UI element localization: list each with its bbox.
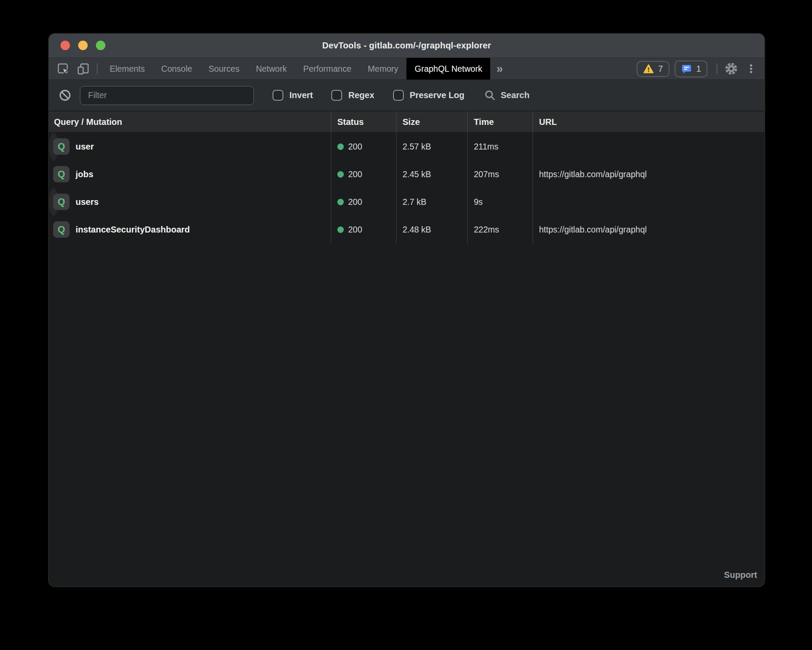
- tab-graphql-network[interactable]: GraphQL Network: [406, 58, 490, 80]
- tab-network[interactable]: Network: [247, 58, 295, 80]
- device-toolbar-icon: [77, 63, 89, 75]
- close-window-button[interactable]: [60, 41, 70, 50]
- query-cell: Qjobs: [49, 160, 331, 188]
- search-label: Search: [501, 90, 530, 100]
- size-cell: 2.7 kB: [396, 188, 467, 216]
- message-bubble-icon: [681, 64, 692, 74]
- status-code: 200: [348, 197, 362, 207]
- tab-console[interactable]: Console: [153, 58, 200, 80]
- devtools-tab-bar: ElementsConsoleSourcesNetworkPerformance…: [49, 58, 764, 80]
- inspect-element-button[interactable]: [53, 58, 73, 80]
- request-row-jobs[interactable]: Qjobs2002.45 kB207mshttps://gitlab.com/a…: [49, 160, 764, 188]
- time-cell: 222ms: [467, 216, 533, 243]
- query-type-badge: Q: [53, 221, 70, 238]
- request-row-users[interactable]: Qusers2002.7 kB9shttps://gitlab.com/api/…: [49, 188, 58, 216]
- column-header-url[interactable]: URL: [533, 112, 764, 132]
- tabbar-spacer: [509, 58, 636, 80]
- invert-label: Invert: [289, 90, 313, 100]
- tab-sources[interactable]: Sources: [200, 58, 248, 80]
- issues-badge-button[interactable]: 1: [675, 61, 707, 77]
- invert-checkbox[interactable]: [273, 90, 283, 101]
- toggle-device-toolbar-button[interactable]: [73, 58, 93, 80]
- time-cell: 207ms: [467, 160, 533, 188]
- url-cell: https://gitlab.com/api/graphql: [533, 216, 764, 243]
- regex-checkbox[interactable]: [331, 90, 342, 101]
- query-cell: QinstanceSecurityDashboard: [49, 216, 331, 243]
- zoom-window-button[interactable]: [96, 41, 105, 50]
- query-type-badge: Q: [53, 138, 70, 155]
- search-icon: [484, 89, 496, 101]
- kebab-menu-icon: [745, 63, 757, 74]
- status-ok-dot-icon: [337, 143, 344, 150]
- preserve-log-checkbox-group[interactable]: Preserve Log: [393, 90, 465, 101]
- preserve-log-label: Preserve Log: [410, 90, 465, 100]
- request-row-user[interactable]: Quser2002.57 kB211mshttps://gitlab.com/a…: [49, 133, 58, 160]
- query-cell: Qusers: [49, 188, 331, 216]
- tabbar-right-cluster: 7 1: [637, 58, 761, 80]
- query-type-badge: Q: [53, 166, 70, 182]
- status-cell: 200: [331, 216, 396, 243]
- block-icon: [58, 89, 72, 102]
- size-cell: 2.45 kB: [396, 160, 467, 188]
- tab-strip: ElementsConsoleSourcesNetworkPerformance…: [102, 58, 490, 80]
- tab-performance[interactable]: Performance: [295, 58, 360, 80]
- query-name: users: [76, 197, 98, 207]
- filter-input[interactable]: [80, 86, 254, 105]
- status-cell: 200: [331, 160, 396, 188]
- customize-devtools-button[interactable]: [741, 58, 761, 80]
- query-type-badge: Q: [53, 194, 70, 210]
- size-cell: 2.48 kB: [396, 216, 467, 243]
- inspect-cursor-icon: [57, 63, 70, 75]
- column-header-query-mutation[interactable]: Query / Mutation: [49, 112, 331, 132]
- regex-label: Regex: [348, 90, 374, 100]
- title-bar[interactable]: DevTools - gitlab.com/-/graphql-explorer: [49, 34, 764, 58]
- url-cell: https://gitlab.com/api/graphql: [533, 133, 539, 160]
- search-button[interactable]: Search: [484, 89, 530, 101]
- preserve-log-checkbox[interactable]: [393, 90, 404, 101]
- column-header-status[interactable]: Status: [331, 112, 396, 132]
- status-cell: 200: [331, 188, 396, 216]
- warnings-badge-button[interactable]: 7: [637, 61, 669, 77]
- gear-icon: [724, 62, 738, 76]
- tab-elements[interactable]: Elements: [102, 58, 153, 80]
- warning-count: 7: [658, 64, 663, 74]
- column-header-time[interactable]: Time: [467, 112, 533, 132]
- url-cell: https://gitlab.com/api/graphql: [533, 188, 539, 216]
- toolbar-separator: [97, 63, 98, 74]
- column-header-size[interactable]: Size: [396, 112, 467, 132]
- settings-button[interactable]: [721, 58, 741, 80]
- regex-checkbox-group[interactable]: Regex: [331, 90, 374, 101]
- url-cell: https://gitlab.com/api/graphql: [533, 160, 764, 188]
- issues-count: 1: [696, 64, 701, 74]
- status-code: 200: [348, 225, 362, 235]
- request-row-instanceSecurityDashboard[interactable]: QinstanceSecurityDashboard2002.48 kB222m…: [49, 216, 764, 243]
- status-code: 200: [348, 169, 362, 179]
- filter-bar: Invert Regex Preserve Log Search: [49, 80, 764, 112]
- status-ok-dot-icon: [337, 171, 344, 178]
- minimize-window-button[interactable]: [78, 41, 88, 50]
- requests-table-header: Query / Mutation Status Size Time URL: [49, 112, 764, 133]
- time-cell: 211ms: [467, 133, 533, 160]
- query-cell: Quser: [49, 133, 331, 160]
- traffic-lights: [60, 41, 105, 50]
- toolbar-separator: [717, 63, 717, 74]
- status-ok-dot-icon: [337, 199, 344, 205]
- status-code: 200: [348, 142, 362, 152]
- query-name: instanceSecurityDashboard: [76, 225, 190, 235]
- window-title: DevTools - gitlab.com/-/graphql-explorer: [322, 41, 491, 51]
- query-name: jobs: [76, 169, 93, 179]
- clear-requests-button[interactable]: [56, 89, 74, 102]
- time-cell: 9s: [467, 188, 533, 216]
- tab-memory[interactable]: Memory: [360, 58, 406, 80]
- warning-triangle-icon: [643, 64, 654, 74]
- query-name: user: [76, 142, 94, 152]
- status-ok-dot-icon: [337, 226, 344, 233]
- chevron-double-right-icon: »: [496, 62, 503, 76]
- status-cell: 200: [331, 133, 396, 160]
- devtools-window: DevTools - gitlab.com/-/graphql-explorer…: [49, 34, 764, 586]
- requests-table-body: Quser2002.57 kB211mshttps://gitlab.com/a…: [49, 133, 764, 243]
- more-tabs-button[interactable]: »: [490, 58, 509, 80]
- size-cell: 2.57 kB: [396, 133, 467, 160]
- support-link[interactable]: Support: [724, 570, 757, 580]
- invert-checkbox-group[interactable]: Invert: [273, 90, 313, 101]
